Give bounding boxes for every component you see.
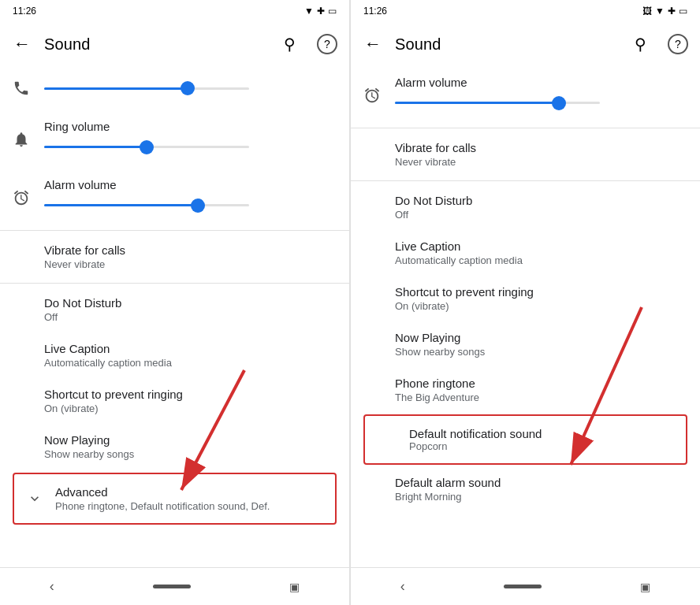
right-wifi-icon: ▼ <box>655 6 665 17</box>
vibrate-calls-row[interactable]: Vibrate for calls Never vibrate <box>0 234 349 280</box>
live-caption-sublabel: Automatically caption media <box>44 357 337 369</box>
right-back-icon: ← <box>364 34 382 54</box>
right-dnd-row[interactable]: Do Not Disturb Off <box>351 184 700 230</box>
now-playing-row[interactable]: Now Playing Show nearby songs <box>0 424 349 470</box>
now-playing-sublabel: Show nearby songs <box>44 448 337 460</box>
advanced-row[interactable]: Advanced Phone ringtone, Default notific… <box>13 473 337 525</box>
right-ringtone-content: Phone ringtone The Big Adventure <box>395 377 687 403</box>
right-live-caption-row[interactable]: Live Caption Automatically caption media <box>351 230 700 276</box>
shortcut-ringing-row[interactable]: Shortcut to prevent ringing On (vibrate) <box>0 378 349 424</box>
alarm-volume-content: Alarm volume <box>44 178 337 217</box>
right-shortcut-row[interactable]: Shortcut to prevent ringing On (vibrate) <box>351 276 700 321</box>
chevron-down-icon <box>27 491 55 507</box>
ring-volume-row[interactable]: Ring volume <box>0 110 349 169</box>
now-playing-label: Now Playing <box>44 433 337 447</box>
phone-icon <box>13 80 44 97</box>
media-volume-content <box>44 76 337 101</box>
live-caption-label: Live Caption <box>44 342 337 355</box>
right-shortcut-sublabel: On (vibrate) <box>395 300 687 312</box>
right-recents-button[interactable]: ▣ <box>640 581 650 593</box>
right-alarm-volume-slider[interactable] <box>395 91 687 115</box>
vibrate-calls-content: Vibrate for calls Never vibrate <box>44 243 337 270</box>
left-help-button[interactable]: ? <box>311 28 343 60</box>
right-page-title: Sound <box>395 35 618 54</box>
right-vibrate-label: Vibrate for calls <box>395 141 687 154</box>
image-icon: 🖼 <box>642 6 652 17</box>
default-notification-sound-row[interactable]: Default notification sound Popcorn <box>363 414 687 465</box>
alarm-sound-label: Default alarm sound <box>395 476 687 489</box>
right-vibrate-calls-row[interactable]: Vibrate for calls Never vibrate <box>351 132 700 177</box>
left-home-indicator[interactable] <box>153 585 191 588</box>
do-not-disturb-row[interactable]: Do Not Disturb Off <box>0 287 349 332</box>
ring-volume-content: Ring volume <box>44 120 337 159</box>
left-recents-button[interactable]: ▣ <box>289 581 300 593</box>
shortcut-ringing-label: Shortcut to prevent ringing <box>44 388 337 401</box>
right-phone-ringtone-row[interactable]: Phone ringtone The Big Adventure <box>351 367 700 413</box>
right-live-caption-content: Live Caption Automatically caption media <box>395 239 687 266</box>
right-help-button[interactable]: ? <box>662 28 694 60</box>
media-volume-slider[interactable] <box>44 76 337 101</box>
right-help-icon: ? <box>668 34 688 54</box>
right-back-nav-button[interactable]: ‹ <box>400 578 405 595</box>
right-alarm-icon <box>363 87 395 104</box>
advanced-section: Advanced Phone ringtone, Default notific… <box>0 470 349 531</box>
vibrate-calls-sublabel: Never vibrate <box>44 258 337 270</box>
advanced-sublabel: Phone ringtone, Default notification sou… <box>55 500 322 512</box>
right-signal-icon: ✚ <box>668 6 676 17</box>
notification-sound-label: Default notification sound <box>371 427 680 440</box>
left-status-icons: ▼ ✚ ▭ <box>304 6 337 17</box>
right-home-indicator[interactable] <box>504 585 542 588</box>
right-search-button[interactable]: ⚲ <box>624 28 656 60</box>
right-shortcut-label: Shortcut to prevent ringing <box>395 285 687 299</box>
alarm-volume-row[interactable]: Alarm volume <box>0 169 349 227</box>
right-now-playing-sublabel: Show nearby songs <box>395 346 687 358</box>
right-now-playing-row[interactable]: Now Playing Show nearby songs <box>351 321 700 367</box>
divider-1 <box>0 230 349 231</box>
left-search-icon: ⚲ <box>284 35 296 54</box>
right-vibrate-sublabel: Never vibrate <box>395 156 687 168</box>
shortcut-ringing-content: Shortcut to prevent ringing On (vibrate) <box>44 388 337 414</box>
left-back-icon: ← <box>13 34 31 54</box>
bell-icon <box>13 131 44 148</box>
wifi-icon: ▼ <box>304 6 314 17</box>
alarm-volume-label: Alarm volume <box>44 178 337 191</box>
media-volume-row[interactable] <box>0 66 349 110</box>
alarm-volume-slider[interactable] <box>44 193 337 217</box>
alarm-sound-sublabel: Bright Morning <box>395 491 687 503</box>
left-search-button[interactable]: ⚲ <box>274 28 305 60</box>
right-now-playing-label: Now Playing <box>395 331 687 344</box>
battery-icon: ▭ <box>328 6 337 17</box>
dnd-content: Do Not Disturb Off <box>44 296 337 323</box>
right-live-caption-label: Live Caption <box>395 239 687 253</box>
right-ringtone-sublabel: The Big Adventure <box>395 392 687 403</box>
right-status-icons: 🖼 ▼ ✚ ▭ <box>642 6 687 17</box>
live-caption-row[interactable]: Live Caption Automatically caption media <box>0 332 349 378</box>
left-help-icon: ? <box>317 34 337 54</box>
highlighted-section: Default notification sound Popcorn <box>351 413 700 466</box>
right-battery-icon: ▭ <box>679 6 687 17</box>
right-back-button[interactable]: ← <box>357 28 389 60</box>
vibrate-calls-label: Vibrate for calls <box>44 243 337 257</box>
right-alarm-volume-label: Alarm volume <box>395 76 687 89</box>
divider-2 <box>0 283 349 284</box>
right-alarm-volume-content: Alarm volume <box>395 76 687 115</box>
notification-sound-sublabel: Popcorn <box>371 440 680 452</box>
advanced-content: Advanced Phone ringtone, Default notific… <box>55 485 322 512</box>
dnd-sublabel: Off <box>44 311 337 323</box>
left-back-button[interactable]: ← <box>6 28 38 60</box>
right-alarm-volume-row[interactable]: Alarm volume <box>351 66 700 124</box>
left-back-nav-button[interactable]: ‹ <box>50 578 54 595</box>
alarm-sound-content: Default alarm sound Bright Morning <box>395 476 687 503</box>
right-shortcut-content: Shortcut to prevent ringing On (vibrate) <box>395 285 687 312</box>
right-status-bar: 11:26 🖼 ▼ ✚ ▭ <box>351 0 700 22</box>
right-live-caption-sublabel: Automatically caption media <box>395 254 687 266</box>
right-vibrate-content: Vibrate for calls Never vibrate <box>395 141 687 168</box>
shortcut-ringing-sublabel: On (vibrate) <box>44 403 337 414</box>
left-page-title: Sound <box>44 35 267 54</box>
default-alarm-sound-row[interactable]: Default alarm sound Bright Morning <box>351 466 700 512</box>
left-bottom-nav: ‹ ▣ <box>0 567 349 605</box>
right-bottom-nav: ‹ ▣ <box>351 567 700 605</box>
ring-volume-slider[interactable] <box>44 135 337 159</box>
right-divider-2 <box>351 180 700 181</box>
right-dnd-sublabel: Off <box>395 209 687 221</box>
